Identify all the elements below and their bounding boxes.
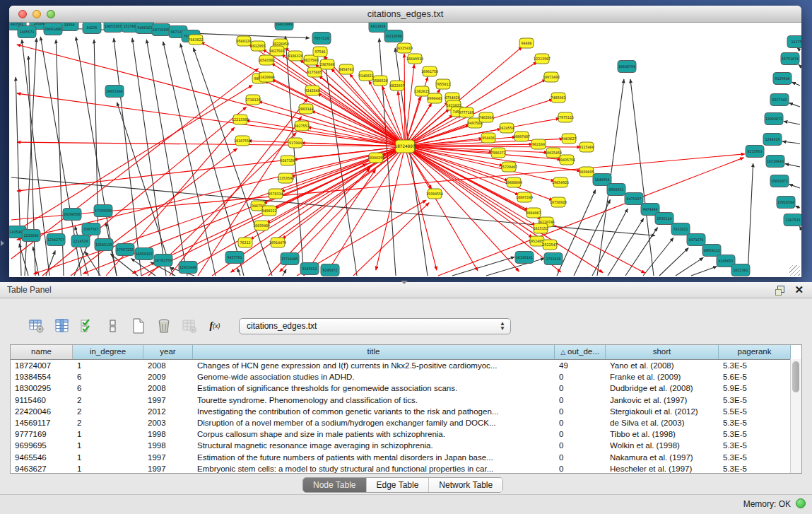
table-cell[interactable]: 2003 bbox=[143, 417, 193, 428]
table-cell[interactable]: Tourette syndrome. Phenomenology and cla… bbox=[193, 395, 555, 406]
table-cell[interactable]: 1 bbox=[73, 360, 143, 371]
table-cell[interactable]: 18724007 bbox=[11, 360, 73, 371]
table-cell[interactable]: Stergiakouli et al. (2012) bbox=[606, 406, 719, 417]
column-header-title[interactable]: title bbox=[193, 345, 555, 359]
table-row[interactable]: 1938455462009Genome-wide association stu… bbox=[11, 371, 801, 382]
left-splitter-arrow-icon[interactable] bbox=[1, 240, 4, 246]
table-cell[interactable]: Dudbridge et al. (2008) bbox=[606, 382, 719, 394]
panel-collapse-handle[interactable] bbox=[401, 281, 408, 284]
table-cell[interactable]: Embryonic stem cells: a model to study s… bbox=[193, 463, 555, 474]
table-cell[interactable]: 0 bbox=[555, 428, 606, 440]
table-cell[interactable]: Corpus callosum shape and size in male p… bbox=[193, 428, 555, 440]
table-row[interactable]: 2242004622012Investigating the contribut… bbox=[11, 406, 801, 417]
table-cell[interactable]: 6 bbox=[73, 371, 143, 382]
table-cell[interactable]: 2012 bbox=[143, 406, 193, 417]
table-scrollbar-thumb[interactable] bbox=[792, 361, 799, 392]
float-window-icon[interactable] bbox=[775, 284, 786, 296]
table-cell[interactable]: 0 bbox=[555, 406, 606, 417]
table-row[interactable]: 1456911722003Disruption of a novel membe… bbox=[11, 417, 801, 428]
table-cell[interactable]: de Silva et al. (2003) bbox=[606, 417, 719, 428]
table-cell[interactable]: 0 bbox=[555, 371, 606, 382]
table-row[interactable]: 969969511998Structural magnetic resonanc… bbox=[11, 440, 801, 451]
table-cell[interactable]: 5.3E-5 bbox=[719, 395, 791, 406]
table-cell[interactable]: 1 bbox=[73, 440, 143, 451]
table-cell[interactable]: Estimation of the future numbers of pati… bbox=[193, 452, 555, 463]
table-cell[interactable]: 18300295 bbox=[11, 382, 73, 394]
network-canvas[interactable]: 8435011058419350842351405571206914061065… bbox=[9, 23, 801, 277]
table-cell[interactable]: 2 bbox=[73, 395, 143, 406]
table-cell[interactable]: 1 bbox=[73, 428, 143, 440]
table-cell[interactable]: 5.6E-5 bbox=[719, 371, 791, 382]
table-cell[interactable]: Tibbo et al. (1998) bbox=[606, 428, 719, 440]
table-cell[interactable]: 19384554 bbox=[11, 371, 73, 382]
table-cell[interactable]: 9699695 bbox=[11, 440, 73, 451]
table-cell[interactable]: 1998 bbox=[143, 440, 193, 451]
table-cell[interactable]: 5.3E-5 bbox=[719, 360, 791, 371]
network-window-titlebar[interactable]: citations_edges.txt bbox=[9, 6, 801, 23]
table-cell[interactable]: 9465546 bbox=[11, 452, 73, 463]
tab-node-table[interactable]: Node Table bbox=[303, 478, 367, 492]
table-cell[interactable]: 5.5E-5 bbox=[719, 406, 791, 417]
tab-network-table[interactable]: Network Table bbox=[429, 478, 502, 492]
new-table-icon[interactable] bbox=[130, 317, 147, 334]
table-cell[interactable]: 1997 bbox=[143, 452, 193, 463]
table-cell[interactable]: 5.3E-5 bbox=[719, 417, 791, 428]
table-settings-icon[interactable] bbox=[28, 317, 45, 334]
table-cell[interactable]: 1997 bbox=[143, 463, 193, 474]
table-cell[interactable]: 0 bbox=[555, 463, 606, 474]
table-cell[interactable]: 0 bbox=[555, 417, 606, 428]
table-cell[interactable]: 2008 bbox=[143, 360, 193, 371]
table-cell[interactable]: Nakamura et al. (1997) bbox=[606, 452, 719, 463]
column-header-out-de-[interactable]: △out_de... bbox=[555, 345, 606, 359]
column-header-name[interactable]: name bbox=[11, 345, 73, 359]
table-row[interactable]: 1830029562008Estimation of significance … bbox=[11, 382, 801, 394]
table-row[interactable]: 977716911998Corpus callosum shape and si… bbox=[11, 428, 801, 440]
table-cell[interactable]: 1 bbox=[73, 463, 143, 474]
table-cell[interactable]: Structural magnetic resonance image aver… bbox=[193, 440, 555, 451]
table-cell[interactable]: 5.3E-5 bbox=[719, 463, 791, 474]
table-cell[interactable]: 6 bbox=[73, 382, 143, 394]
table-cell[interactable]: 2008 bbox=[143, 382, 193, 394]
table-cell[interactable]: Investigating the contribution of common… bbox=[193, 406, 555, 417]
window-resize-grip[interactable] bbox=[789, 265, 800, 276]
table-row[interactable]: 946362711997Embryonic stem cells: a mode… bbox=[11, 463, 801, 474]
column-header-pagerank[interactable]: pagerank bbox=[719, 345, 791, 359]
table-cell[interactable]: 0 bbox=[555, 440, 606, 451]
tab-edge-table[interactable]: Edge Table bbox=[367, 478, 430, 492]
table-cell[interactable]: Yano et al. (2008) bbox=[606, 360, 719, 371]
table-cell[interactable]: 22420046 bbox=[11, 406, 73, 417]
table-cell[interactable]: 5.3E-5 bbox=[719, 428, 791, 440]
table-cell[interactable]: 14569117 bbox=[11, 417, 73, 428]
table-cell[interactable]: 2 bbox=[73, 417, 143, 428]
row-height-icon[interactable] bbox=[105, 317, 122, 334]
table-source-dropdown[interactable]: citations_edges.txt ▲▼ bbox=[239, 318, 511, 334]
table-cell[interactable]: 1 bbox=[73, 452, 143, 463]
table-row[interactable]: 946554611997Estimation of the future num… bbox=[11, 452, 801, 463]
table-columns-icon[interactable] bbox=[54, 317, 71, 334]
table-row[interactable]: 1872400712008Changes of HCN gene express… bbox=[11, 360, 801, 371]
table-cell[interactable]: 5.3E-5 bbox=[719, 452, 791, 463]
table-cell[interactable]: 1998 bbox=[143, 428, 193, 440]
function-builder-icon[interactable]: f(x) bbox=[206, 317, 223, 334]
table-cell[interactable]: Changes of HCN gene expression and I(f) … bbox=[193, 360, 555, 371]
table-cell[interactable]: 49 bbox=[555, 360, 606, 371]
column-header-short[interactable]: short bbox=[606, 345, 719, 359]
table-cell[interactable]: 9115460 bbox=[11, 395, 73, 406]
table-cell[interactable]: Jankovic et al. (1997) bbox=[606, 395, 719, 406]
table-cell[interactable]: 5.3E-5 bbox=[719, 440, 791, 451]
memory-status-led[interactable] bbox=[796, 498, 806, 508]
table-scrollbar[interactable] bbox=[790, 359, 801, 473]
column-header-in-degree[interactable]: in_degree bbox=[73, 345, 143, 359]
table-cell[interactable]: Disruption of a novel member of a sodium… bbox=[193, 417, 555, 428]
select-columns-icon[interactable] bbox=[79, 317, 96, 334]
table-cell[interactable]: 2 bbox=[73, 406, 143, 417]
table-cell[interactable]: 5.9E-5 bbox=[719, 382, 791, 394]
table-cell[interactable]: 2009 bbox=[143, 371, 193, 382]
delete-column-icon[interactable] bbox=[155, 317, 172, 334]
table-cell[interactable]: 0 bbox=[555, 382, 606, 394]
table-cell[interactable]: Genome-wide association studies in ADHD. bbox=[193, 371, 555, 382]
table-cell[interactable]: 0 bbox=[555, 395, 606, 406]
table-cell[interactable]: Estimation of significance thresholds fo… bbox=[193, 382, 555, 394]
table-cell[interactable]: 0 bbox=[555, 452, 606, 463]
table-row[interactable]: 911546021997Tourette syndrome. Phenomeno… bbox=[11, 395, 801, 406]
